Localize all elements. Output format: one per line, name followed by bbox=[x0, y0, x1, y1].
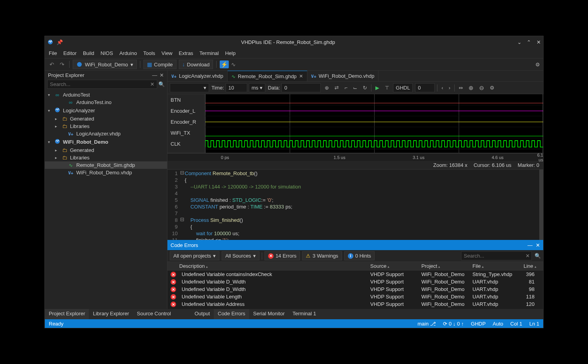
fit-icon[interactable]: ⇔ bbox=[457, 84, 465, 91]
bottom-tab[interactable]: Serial Monitor bbox=[249, 309, 288, 319]
errors-count-button[interactable]: ✕14 Errors bbox=[265, 251, 300, 260]
tree-item[interactable]: ∿Remote_Robot_Sim.ghdp bbox=[45, 161, 167, 169]
hints-count-button[interactable]: i0 Hints bbox=[344, 251, 375, 260]
data-input[interactable] bbox=[281, 83, 321, 92]
col-file[interactable]: File bbox=[472, 263, 481, 269]
status-sync[interactable]: ⟳ 0 ↓ 0 ↑ bbox=[443, 321, 464, 327]
redo-button[interactable]: ↷ bbox=[58, 60, 66, 68]
search-icon[interactable]: 🔍 bbox=[158, 81, 165, 87]
time-input[interactable] bbox=[226, 83, 247, 92]
error-row[interactable]: ✕Undefined Variable containsIndexCheckVH… bbox=[167, 271, 543, 278]
editor-tab[interactable]: ∿Remote_Robot_Sim.ghdp✕ bbox=[228, 71, 307, 81]
filter-project-dropdown[interactable]: All open projects ▾ bbox=[170, 251, 219, 260]
tree-item[interactable]: ▾LogicAnalyzer bbox=[45, 106, 167, 115]
project-tree[interactable]: ▾∞ArduinoTest∞ArduinoTest.ino▾LogicAnaly… bbox=[45, 90, 167, 309]
clear-errors-search-icon[interactable]: ✕ bbox=[526, 253, 530, 259]
prev-icon[interactable]: ‹ bbox=[440, 84, 445, 91]
expand-down-icon[interactable]: ⌄ bbox=[517, 39, 522, 45]
menu-arduino[interactable]: Arduino bbox=[119, 50, 137, 56]
settings-icon[interactable]: ⚙ bbox=[535, 62, 540, 68]
tree-item[interactable]: V+WiFi_Robot_Demo.vhdp bbox=[45, 169, 167, 176]
close-panel-icon[interactable]: ✕ bbox=[160, 72, 164, 78]
sim-value-input[interactable] bbox=[415, 83, 435, 92]
errors-table-header[interactable]: Description▴ Source▴ Project▴ File▴ Line… bbox=[167, 262, 543, 271]
signal-label[interactable]: BTN bbox=[167, 94, 205, 105]
menu-file[interactable]: File bbox=[49, 50, 57, 56]
bottom-tab[interactable]: Source Control bbox=[133, 309, 175, 319]
menu-extras[interactable]: Extras bbox=[179, 50, 193, 56]
tree-item[interactable]: ▸🗀Libraries bbox=[45, 123, 167, 130]
project-search-input[interactable] bbox=[47, 80, 157, 89]
bottom-tab[interactable]: Code Errors bbox=[214, 309, 249, 319]
menu-terminal[interactable]: Terminal bbox=[200, 50, 219, 56]
zoom-out-icon[interactable]: ⊖ bbox=[478, 84, 486, 92]
editor-tab[interactable]: V+LogicAnalyzer.vhdp bbox=[167, 71, 228, 81]
signal-label[interactable]: CLK bbox=[167, 138, 205, 149]
waveform-viewer[interactable]: BTNEncoder_LEncoder_RWiFi_TXCLK bbox=[167, 94, 543, 153]
step-up-icon[interactable]: ⌐ bbox=[343, 84, 349, 91]
col-project[interactable]: Project bbox=[421, 263, 437, 269]
tree-item[interactable]: ▾WiFi_Robot_Demo bbox=[45, 137, 167, 146]
wave-toolbar-icon[interactable]: ∿ bbox=[231, 61, 236, 68]
error-row[interactable]: ✕Undefined Variable AddressVHDP SupportW… bbox=[167, 300, 543, 308]
signal-label[interactable]: WiFi_TX bbox=[167, 127, 205, 138]
tree-item[interactable]: ▸🗀Generated bbox=[45, 146, 167, 154]
play-icon[interactable]: ▶ bbox=[374, 84, 381, 91]
step-down-icon[interactable]: ⌙ bbox=[351, 84, 359, 91]
menu-nios[interactable]: NIOS bbox=[101, 50, 113, 56]
pin-icon[interactable]: 📌 bbox=[57, 39, 63, 45]
restart-icon[interactable]: ↻ bbox=[361, 84, 369, 91]
filter-source-dropdown[interactable]: All Sources ▾ bbox=[222, 251, 259, 260]
tree-item[interactable]: ▾∞ArduinoTest bbox=[45, 91, 167, 99]
status-branch[interactable]: main ⎇ bbox=[417, 321, 436, 327]
maximize-icon[interactable]: ⌃ bbox=[527, 39, 531, 45]
simulator-dropdown[interactable]: GHDL bbox=[393, 83, 413, 92]
clear-search-icon[interactable]: ✕ bbox=[150, 81, 154, 87]
error-row[interactable]: ✕Undefined Variable D_WidthVHDP SupportW… bbox=[167, 278, 543, 285]
serial-icon[interactable]: ⚡ bbox=[220, 60, 229, 68]
code-content[interactable]: Component Remote_Robot_tb(){ --UART l.14… bbox=[185, 170, 539, 240]
minimize-panel-icon[interactable]: — bbox=[152, 72, 157, 78]
project-selector[interactable]: WiFi_Robot_Demo ▾ bbox=[73, 60, 137, 69]
bottom-tab[interactable]: Output bbox=[191, 309, 214, 319]
sim-mode-dropdown[interactable]: ▾ bbox=[170, 83, 209, 92]
tree-item[interactable]: ∞ArduinoTest.ino bbox=[45, 99, 167, 106]
editor-tab[interactable]: V+WiFi_Robot_Demo.vhdp bbox=[307, 71, 379, 81]
add-icon[interactable]: ⊕ bbox=[323, 84, 331, 91]
errors-minimize-icon[interactable]: — bbox=[527, 242, 533, 248]
download-button[interactable]: ↓ Download bbox=[179, 60, 213, 69]
loop-icon[interactable]: ⇄ bbox=[333, 84, 340, 91]
stop-icon[interactable]: ⊤ bbox=[383, 84, 391, 91]
signal-label[interactable]: Encoder_R bbox=[167, 116, 205, 127]
error-row[interactable]: ✕Undefined Variable LengthVHDP SupportWi… bbox=[167, 293, 543, 300]
menu-help[interactable]: Help bbox=[225, 50, 236, 56]
next-icon[interactable]: › bbox=[447, 84, 452, 91]
errors-close-icon[interactable]: ✕ bbox=[536, 242, 540, 248]
status-lang[interactable]: GHDP bbox=[471, 321, 486, 327]
errors-search-icon[interactable]: 🔍 bbox=[535, 253, 541, 259]
errors-search-input[interactable] bbox=[461, 251, 532, 260]
errors-table-body[interactable]: ✕Undefined Variable containsIndexCheckVH… bbox=[167, 271, 543, 309]
undo-button[interactable]: ↶ bbox=[48, 60, 56, 68]
sim-settings-icon[interactable]: ⚙ bbox=[488, 84, 496, 91]
tree-item[interactable]: ▸🗀Generated bbox=[45, 115, 167, 123]
waveform-canvas[interactable] bbox=[205, 94, 543, 153]
menu-editor[interactable]: Editor bbox=[63, 50, 77, 56]
signal-label[interactable]: Encoder_L bbox=[167, 105, 205, 116]
tree-item[interactable]: V+LogicAnalyzer.vhdp bbox=[45, 130, 167, 137]
warnings-count-button[interactable]: ⚠3 Warnings bbox=[302, 251, 342, 260]
fold-gutter[interactable]: ⊟⊟ bbox=[179, 170, 185, 240]
col-description[interactable]: Description bbox=[179, 263, 205, 269]
bottom-tab[interactable]: Project Explorer bbox=[45, 309, 89, 319]
col-line[interactable]: Line bbox=[524, 263, 533, 269]
col-source[interactable]: Source bbox=[370, 263, 386, 269]
editor-scrollbar[interactable] bbox=[539, 170, 543, 240]
bottom-tab[interactable]: Library Explorer bbox=[89, 309, 133, 319]
error-row[interactable]: ✕Undefined Variable D_WidthVHDP SupportW… bbox=[167, 285, 543, 293]
time-unit-dropdown[interactable]: ms ▾ bbox=[249, 83, 265, 92]
code-editor[interactable]: 123456789101112 ⊟⊟ Component Remote_Robo… bbox=[167, 170, 543, 240]
menu-tools[interactable]: Tools bbox=[143, 50, 155, 56]
status-mode[interactable]: Auto bbox=[493, 321, 503, 327]
zoom-in-icon[interactable]: ⊕ bbox=[467, 84, 475, 92]
menu-view[interactable]: View bbox=[162, 50, 173, 56]
